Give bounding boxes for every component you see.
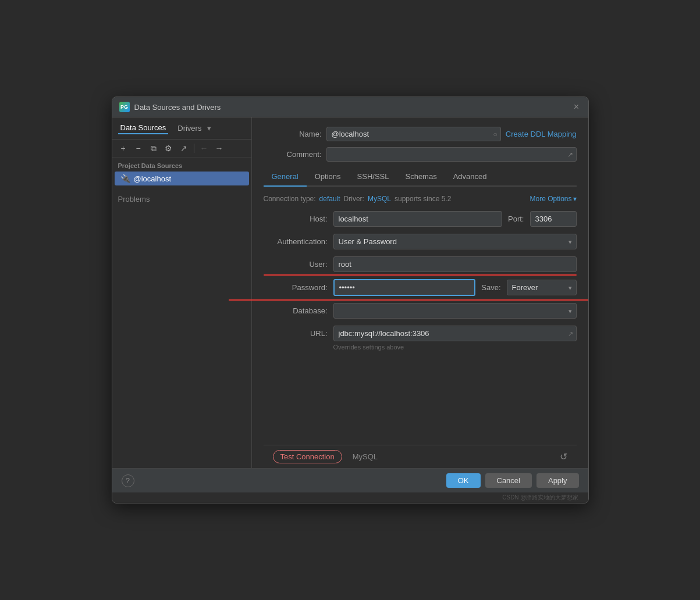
user-input-wrap — [333, 256, 577, 272]
copy-button[interactable]: ⧉ — [147, 142, 160, 155]
create-ddl-link[interactable]: Create DDL Mapping — [506, 130, 577, 138]
main-content: Data Sources Drivers ▾ + − ⧉ ⚙ ↗ ← → Pro… — [112, 117, 588, 468]
driver-value[interactable]: MySQL — [368, 195, 391, 203]
conn-type-label: Connection type: — [264, 195, 316, 203]
port-label: Port: — [508, 215, 524, 223]
save-select-wrap: Forever Until restart Never ▾ — [507, 280, 577, 295]
database-select-wrap: ▾ — [333, 303, 577, 319]
tab-general[interactable]: General — [264, 167, 307, 185]
db-icon: 🔌 — [120, 174, 130, 183]
name-input-wrap: ○ — [326, 127, 501, 141]
driver-suffix: supports since 5.2 — [395, 195, 451, 203]
url-row: URL: ↗ — [264, 326, 577, 341]
tab-ssh-ssl[interactable]: SSH/SSL — [349, 167, 397, 185]
bottom-panel: Test Connection MySQL ↺ — [264, 445, 577, 468]
user-input[interactable] — [333, 256, 577, 272]
comment-row: Comment: ↗ — [264, 147, 577, 162]
comment-input-wrap: ↗ — [326, 147, 577, 162]
sidebar-item-label: @localhost — [134, 174, 172, 183]
toolbar-separator — [194, 144, 194, 153]
comment-label: Comment: — [264, 150, 322, 159]
tab-data-sources[interactable]: Data Sources — [118, 122, 169, 134]
database-row: Database: ▾ — [264, 303, 577, 319]
auth-row: Authentication: User & Password No auth … — [264, 234, 577, 249]
right-panel: Name: ○ Create DDL Mapping Comment: ↗ Ge… — [252, 117, 588, 468]
database-label: Database: — [264, 306, 328, 315]
dialog-title: Data Sources and Drivers — [134, 103, 567, 112]
url-input-wrap: ↗ — [333, 326, 577, 341]
bottom-tabs: Test Connection MySQL ↺ — [264, 445, 577, 468]
add-button[interactable]: + — [117, 142, 130, 155]
conn-type-value[interactable]: default — [319, 195, 340, 203]
app-icon: PG — [119, 102, 130, 112]
refresh-button[interactable]: ↺ — [560, 451, 567, 462]
test-connection-button[interactable]: Test Connection — [273, 450, 342, 463]
tab-options[interactable]: Options — [307, 167, 349, 185]
auth-select[interactable]: User & Password No auth pgpass SSH tunne… — [333, 234, 577, 249]
driver-label: Driver: — [344, 195, 364, 203]
save-label: Save: — [481, 283, 500, 292]
back-button[interactable]: ← — [198, 142, 211, 155]
save-select[interactable]: Forever Until restart Never — [507, 280, 577, 295]
apply-button[interactable]: Apply — [536, 473, 579, 488]
tab-schemas[interactable]: Schemas — [397, 167, 445, 185]
auth-label: Authentication: — [264, 237, 328, 246]
name-input[interactable] — [326, 127, 501, 141]
name-row: Name: ○ Create DDL Mapping — [264, 127, 577, 141]
sidebar-dropdown-icon[interactable]: ▾ — [207, 124, 211, 133]
conn-info-bar: Connection type: default Driver: MySQL s… — [264, 195, 577, 203]
ok-button[interactable]: OK — [446, 473, 481, 488]
forward-button[interactable]: → — [213, 142, 226, 155]
password-label: Password: — [264, 283, 328, 292]
title-bar: PG Data Sources and Drivers × — [112, 97, 588, 117]
url-expand-icon[interactable]: ↗ — [568, 330, 573, 337]
auth-select-wrap: User & Password No auth pgpass SSH tunne… — [333, 234, 577, 249]
port-input[interactable] — [530, 211, 577, 227]
sidebar-item-localhost[interactable]: 🔌 @localhost — [115, 172, 249, 185]
sidebar-toolbar: + − ⧉ ⚙ ↗ ← → — [112, 140, 251, 158]
sidebar: Data Sources Drivers ▾ + − ⧉ ⚙ ↗ ← → Pro… — [112, 117, 252, 468]
host-label: Host: — [264, 215, 328, 223]
name-expand-icon[interactable]: ○ — [493, 130, 498, 138]
url-input[interactable] — [333, 326, 577, 341]
dialog-footer: ? OK Cancel Apply — [112, 468, 588, 492]
password-input-wrap — [333, 279, 476, 296]
comment-expand-icon[interactable]: ↗ — [567, 151, 573, 159]
host-input[interactable] — [333, 211, 503, 227]
settings-button[interactable]: ⚙ — [162, 142, 175, 155]
tab-drivers[interactable]: Drivers — [175, 123, 204, 134]
watermark: CSDN @胖路实地的大梦想家 — [112, 492, 588, 503]
user-label: User: — [264, 260, 328, 269]
close-button[interactable]: × — [572, 102, 581, 112]
tabs-bar: General Options SSH/SSL Schemas Advanced — [264, 167, 577, 187]
section-title: Project Data Sources — [112, 158, 251, 172]
help-button[interactable]: ? — [122, 474, 134, 487]
dialog: PG Data Sources and Drivers × Data Sourc… — [112, 97, 589, 503]
remove-button[interactable]: − — [132, 142, 145, 155]
problems-section[interactable]: Problems — [112, 190, 251, 208]
tab-advanced[interactable]: Advanced — [445, 167, 495, 185]
name-label: Name: — [264, 130, 322, 138]
database-select[interactable] — [333, 303, 577, 319]
host-row: Host: Port: — [264, 211, 577, 227]
more-options-link[interactable]: More Options ▾ — [530, 195, 576, 203]
export-button[interactable]: ↗ — [177, 142, 190, 155]
comment-input[interactable] — [326, 147, 577, 162]
password-input[interactable] — [333, 279, 476, 296]
sidebar-tabs: Data Sources Drivers ▾ — [112, 117, 251, 140]
url-hint: Overrides settings above — [333, 344, 577, 351]
cancel-button[interactable]: Cancel — [485, 473, 532, 488]
url-label: URL: — [264, 329, 328, 338]
user-row: User: — [264, 256, 577, 272]
password-row: Password: Save: Forever Until restart Ne… — [264, 279, 577, 296]
mysql-tab[interactable]: MySQL — [351, 450, 379, 463]
